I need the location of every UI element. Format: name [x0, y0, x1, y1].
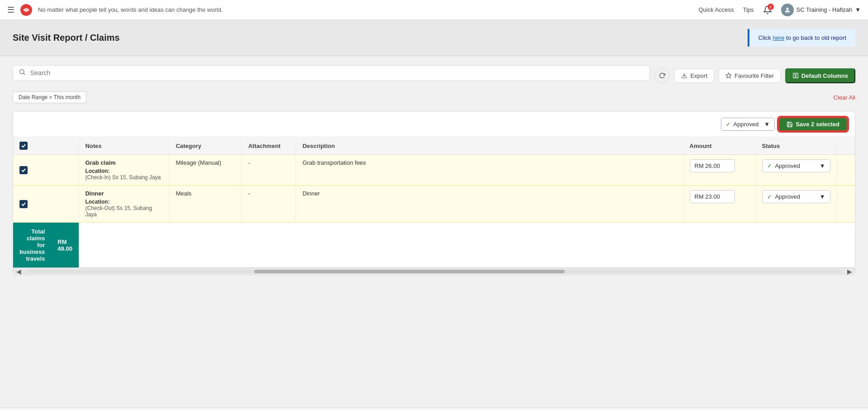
svg-line-3: [24, 73, 25, 75]
header-attachment: Attachment: [242, 137, 296, 155]
note-location: Location:(Check-Out) Ss 15, Subang Jaya: [85, 199, 162, 218]
row-extra: [837, 155, 855, 186]
row-checkbox-cell[interactable]: [13, 155, 79, 186]
scroll-left-arrow[interactable]: ◀: [13, 266, 24, 276]
header-amount: Amount: [683, 137, 755, 155]
export-button[interactable]: Export: [674, 69, 714, 83]
quick-access-link[interactable]: Quick Access: [698, 6, 734, 13]
main-content: Export Favourite Filter Default Columns …: [0, 56, 868, 407]
row-description: Dinner: [296, 186, 683, 223]
claims-table: Notes Category Attachment Description Am…: [13, 137, 855, 267]
svg-point-1: [786, 7, 788, 10]
page-header: Site Visit Report / Claims Click here to…: [0, 20, 868, 56]
status-dropdown[interactable]: ✓ Approved ▼: [762, 190, 830, 203]
amount-box: RM 23.00: [690, 190, 735, 203]
status-chevron-icon: ▼: [820, 162, 825, 169]
amount-box: RM 26.00: [690, 159, 735, 172]
header-notes: Notes: [79, 137, 169, 155]
row-amount: RM 26.00: [683, 155, 755, 186]
row-status[interactable]: ✓ Approved ▼: [755, 155, 837, 186]
note-title: Grab claim: [85, 159, 162, 166]
row-status[interactable]: ✓ Approved ▼: [755, 186, 837, 223]
horizontal-scrollbar-thumb[interactable]: [254, 270, 565, 273]
total-label: Total claims for business travels: [13, 223, 51, 267]
row-description: Grab transportation fees: [296, 155, 683, 186]
user-avatar: [781, 4, 794, 16]
row-amount: RM 23.00: [683, 186, 755, 223]
row-category: Meals: [169, 186, 242, 223]
topnav: ☰ No matter what people tell you, words …: [0, 0, 868, 20]
row-extra: [837, 186, 855, 223]
status-dropdown[interactable]: ✓ Approved ▼: [762, 159, 830, 172]
row-attachment: -: [242, 186, 296, 223]
user-menu[interactable]: SC Training - Hafizah ▼: [781, 4, 861, 16]
table-container: ✓ Approved ▼ Save 2 selected Notes: [13, 111, 855, 275]
header-status: Status: [755, 137, 837, 155]
export-label: Export: [690, 72, 707, 79]
svg-rect-7: [796, 73, 798, 78]
svg-point-2: [20, 70, 24, 74]
tips-link[interactable]: Tips: [743, 6, 754, 13]
user-dropdown-icon: ▼: [855, 6, 861, 13]
header-extra: [837, 137, 855, 155]
note-title: Dinner: [85, 190, 162, 197]
topnav-left: ☰ No matter what people tell you, words …: [7, 4, 693, 16]
note-location: Location:(Check-In) Ss 15, Subang Jaya: [85, 168, 162, 181]
bottom-bar: Records: 1 - 2 of 2 « ‹ 1 › »: [0, 407, 868, 410]
row-notes: Grab claim Location:(Check-In) Ss 15, Su…: [79, 155, 169, 186]
back-banner: Click here to go back to old report: [748, 29, 855, 47]
favourite-filter-button[interactable]: Favourite Filter: [719, 69, 781, 83]
search-input[interactable]: [30, 69, 644, 76]
row-attachment: -: [242, 155, 296, 186]
back-to-old-link[interactable]: here: [773, 34, 784, 41]
default-columns-label: Default Columns: [801, 72, 848, 79]
header-description: Description: [296, 137, 683, 155]
row-checkbox[interactable]: [19, 166, 28, 174]
clear-all-button[interactable]: Clear All: [834, 94, 855, 101]
user-name: SC Training - Hafizah: [796, 6, 853, 13]
header-checkbox[interactable]: [13, 137, 79, 155]
row-category: Mileage (Manual): [169, 155, 242, 186]
bell-badge: 1: [768, 4, 774, 10]
topnav-right: Quick Access Tips 1 SC Training - Hafiza…: [698, 4, 861, 16]
save-selected-button[interactable]: Save 2 selected: [778, 117, 848, 131]
row-checkbox-cell[interactable]: [13, 186, 79, 223]
total-value: RM 49.00: [51, 233, 79, 257]
row-checkbox[interactable]: [19, 200, 28, 208]
filter-row: Date Range = This month Clear All: [13, 91, 855, 103]
notifications-bell[interactable]: 1: [763, 5, 772, 14]
page-title: Site Visit Report / Claims: [13, 33, 119, 43]
status-check-icon: ✓: [767, 162, 772, 169]
table-row: Dinner Location:(Check-Out) Ss 15, Suban…: [13, 186, 855, 223]
total-row: Total claims for business travels RM 49.…: [13, 223, 79, 267]
scroll-right-arrow[interactable]: ▶: [844, 266, 855, 276]
motto-text: No matter what people tell you, words an…: [38, 6, 223, 13]
status-chevron-icon: ▼: [820, 193, 825, 200]
refresh-button[interactable]: [654, 68, 670, 83]
approved-dropdown[interactable]: ✓ Approved ▼: [721, 118, 775, 131]
logo-icon: [20, 4, 33, 16]
approved-label: Approved: [734, 121, 759, 128]
table-toolbar: ✓ Approved ▼ Save 2 selected: [13, 112, 855, 137]
search-bar: [13, 65, 650, 81]
check-icon: ✓: [726, 121, 731, 128]
save-selected-label: Save 2 selected: [796, 121, 839, 128]
default-columns-button[interactable]: Default Columns: [785, 68, 855, 83]
table-row: Grab claim Location:(Check-In) Ss 15, Su…: [13, 155, 855, 186]
svg-rect-6: [793, 73, 795, 78]
status-check-icon: ✓: [767, 193, 772, 200]
filter-tag[interactable]: Date Range = This month: [13, 91, 86, 103]
header-category: Category: [169, 137, 242, 155]
svg-marker-5: [726, 73, 731, 78]
hamburger-icon[interactable]: ☰: [7, 5, 14, 15]
favourite-filter-label: Favourite Filter: [734, 72, 774, 79]
search-icon: [19, 68, 26, 77]
dropdown-chevron-icon: ▼: [764, 121, 770, 128]
row-notes: Dinner Location:(Check-Out) Ss 15, Suban…: [79, 186, 169, 223]
